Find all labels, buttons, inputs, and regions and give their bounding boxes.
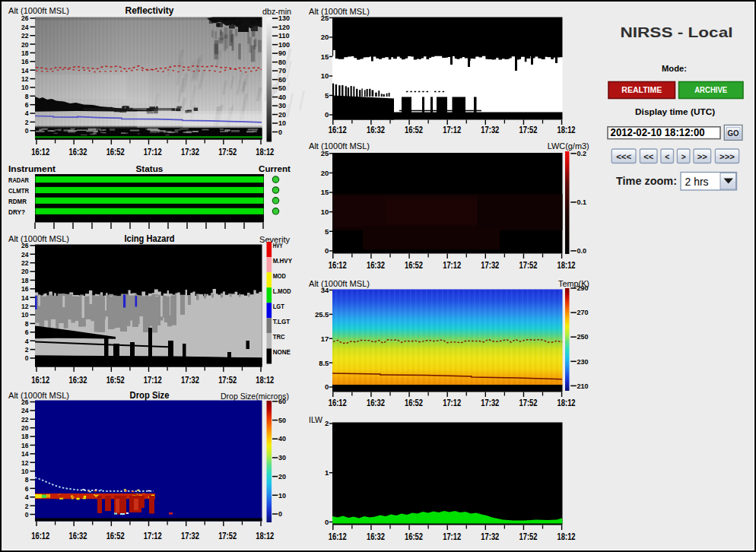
svg-text:26: 26 — [21, 14, 29, 22]
svg-text:10: 10 — [21, 83, 29, 91]
svg-text:Alt (1000ft MSL): Alt (1000ft MSL) — [309, 141, 370, 151]
svg-text:8: 8 — [25, 92, 29, 100]
svg-text:LGT: LGT — [273, 303, 285, 310]
svg-text:Time zoom:: Time zoom: — [616, 174, 677, 187]
svg-text:16:32: 16:32 — [367, 397, 385, 408]
svg-text:Mode:: Mode: — [662, 64, 687, 73]
svg-text:ILW: ILW — [309, 415, 322, 424]
svg-text:DRY?: DRY? — [8, 208, 25, 216]
svg-text:RDMR: RDMR — [8, 198, 27, 205]
svg-text:17:52: 17:52 — [519, 531, 537, 542]
svg-text:Current: Current — [259, 164, 291, 173]
svg-text:20: 20 — [321, 169, 329, 177]
svg-text:2: 2 — [325, 419, 329, 427]
svg-text:18:12: 18:12 — [256, 530, 274, 541]
svg-text:0: 0 — [25, 126, 29, 135]
svg-text:16:32: 16:32 — [68, 374, 87, 385]
svg-text:14: 14 — [21, 449, 29, 458]
svg-text:230: 230 — [577, 358, 588, 366]
svg-text:4: 4 — [25, 493, 29, 501]
svg-text:26: 26 — [21, 398, 29, 406]
svg-text:6: 6 — [25, 328, 29, 336]
svg-text:18: 18 — [21, 49, 29, 57]
svg-text:16:32: 16:32 — [367, 124, 385, 135]
svg-text:Alt (1000ft MSL): Alt (1000ft MSL) — [8, 6, 69, 15]
svg-text:0: 0 — [278, 510, 282, 518]
svg-text:16:52: 16:52 — [106, 146, 125, 157]
svg-text:0.1: 0.1 — [577, 198, 586, 206]
svg-text:17:12: 17:12 — [144, 146, 162, 157]
svg-text:16: 16 — [21, 441, 29, 449]
svg-text:18:12: 18:12 — [557, 124, 576, 135]
svg-text:2: 2 — [25, 345, 29, 354]
svg-text:4: 4 — [25, 337, 29, 345]
svg-text:16:12: 16:12 — [329, 397, 347, 408]
svg-text:17:52: 17:52 — [218, 374, 237, 385]
svg-text:80: 80 — [278, 59, 286, 66]
svg-text:25: 25 — [321, 14, 329, 22]
svg-text:T.LGT: T.LGT — [273, 318, 291, 325]
svg-text:Reflectivity: Reflectivity — [125, 5, 174, 16]
svg-text:50: 50 — [278, 417, 286, 424]
svg-text:6: 6 — [25, 484, 29, 493]
svg-text:16:32: 16:32 — [367, 259, 385, 271]
svg-text:18: 18 — [21, 276, 29, 284]
svg-text:20: 20 — [321, 33, 329, 41]
svg-text:0: 0 — [278, 128, 282, 136]
svg-text:100: 100 — [278, 41, 290, 49]
svg-text:0: 0 — [325, 246, 329, 255]
svg-text:Status: Status — [135, 164, 163, 173]
svg-text:RADAR: RADAR — [8, 176, 29, 184]
svg-text:16:32: 16:32 — [367, 531, 385, 542]
svg-text:CLMTR: CLMTR — [8, 187, 29, 195]
svg-text:10: 10 — [278, 492, 286, 500]
svg-text:24: 24 — [21, 250, 29, 259]
svg-text:12: 12 — [21, 302, 29, 310]
svg-text:0.2: 0.2 — [577, 150, 586, 157]
svg-text:17:52: 17:52 — [218, 530, 237, 541]
svg-text:18:12: 18:12 — [557, 531, 576, 542]
svg-text:14: 14 — [21, 293, 29, 302]
svg-text:290: 290 — [577, 284, 588, 292]
svg-text:18:12: 18:12 — [557, 259, 576, 271]
svg-text:24: 24 — [21, 23, 29, 31]
svg-text:20: 20 — [21, 424, 29, 432]
svg-text:130: 130 — [278, 14, 290, 22]
svg-text:17:52: 17:52 — [519, 259, 537, 271]
svg-text:40: 40 — [278, 94, 286, 101]
svg-text:250: 250 — [577, 333, 588, 341]
svg-text:<<: << — [643, 152, 653, 161]
svg-text:8.5: 8.5 — [319, 359, 329, 367]
svg-text:20: 20 — [278, 111, 286, 119]
svg-text:0: 0 — [325, 518, 329, 526]
svg-text:MOD: MOD — [273, 272, 287, 280]
svg-text:70: 70 — [278, 67, 286, 75]
svg-text:18:12: 18:12 — [256, 146, 274, 157]
svg-text:16:52: 16:52 — [405, 531, 423, 542]
svg-text:0.0: 0.0 — [577, 247, 586, 255]
svg-text:12: 12 — [21, 75, 29, 83]
svg-text:17: 17 — [321, 335, 329, 343]
svg-text:M.HVY: M.HVY — [273, 257, 292, 265]
svg-text:16:32: 16:32 — [68, 530, 87, 541]
svg-text:17:32: 17:32 — [481, 397, 499, 408]
svg-text:Drop Size: Drop Size — [130, 390, 170, 401]
svg-text:17:32: 17:32 — [181, 146, 199, 157]
svg-text:Alt (1000ft MSL): Alt (1000ft MSL) — [309, 7, 370, 16]
svg-text:60: 60 — [278, 76, 286, 84]
svg-text:17:32: 17:32 — [181, 530, 199, 541]
svg-text:16:12: 16:12 — [31, 374, 49, 385]
svg-text:>: > — [681, 152, 686, 161]
svg-text:120: 120 — [278, 24, 290, 31]
svg-text:10: 10 — [278, 119, 286, 127]
svg-text:12: 12 — [21, 458, 29, 467]
svg-text:10: 10 — [21, 310, 29, 319]
svg-text:10: 10 — [21, 467, 29, 475]
svg-text:15: 15 — [321, 188, 329, 196]
svg-text:8: 8 — [25, 475, 29, 484]
svg-text:22: 22 — [21, 31, 29, 40]
svg-text:NIRSS - Local: NIRSS - Local — [621, 24, 733, 40]
svg-text:15: 15 — [321, 52, 329, 61]
svg-text:REALTIME: REALTIME — [621, 86, 662, 94]
svg-text:17:52: 17:52 — [519, 124, 537, 135]
